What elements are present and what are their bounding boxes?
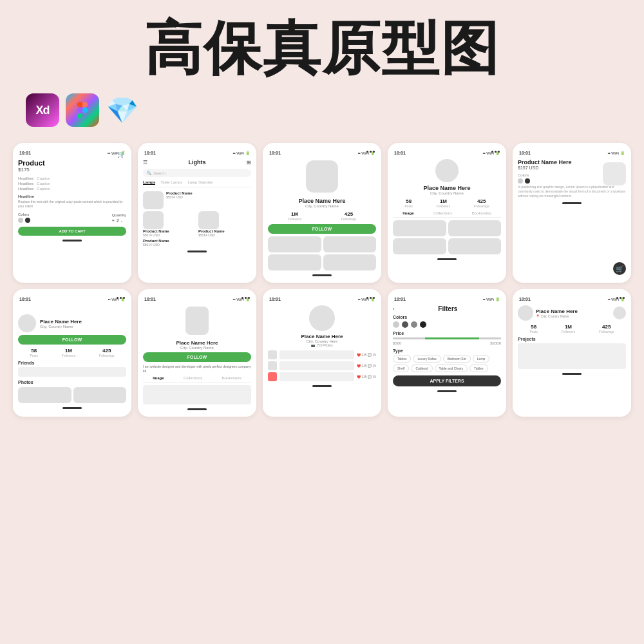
more-options-icon[interactable] xyxy=(616,297,625,299)
product-thumbnail xyxy=(198,211,219,229)
profile-hero-image xyxy=(306,160,338,193)
home-indicator xyxy=(437,390,457,392)
stat-followers: 1M Followers xyxy=(288,211,301,221)
body-headline: Headline xyxy=(18,194,126,198)
tag-shelf[interactable]: Shelf xyxy=(393,365,409,372)
tag-tables[interactable]: Tables xyxy=(393,355,411,363)
screen-product: 10:01 ▪▪ WiFi 🔋 🛒 Product $175 Headline:… xyxy=(13,143,131,283)
filters-title: Filters xyxy=(395,305,501,312)
projects-list xyxy=(518,343,626,369)
more-options-icon[interactable] xyxy=(117,297,125,299)
photo-thumb xyxy=(448,220,502,236)
tab-image[interactable]: Image xyxy=(402,211,413,215)
photo-thumb xyxy=(323,236,377,252)
tab-collections[interactable]: Collections xyxy=(184,376,202,380)
home-indicator xyxy=(187,251,207,252)
tab-bookmarks[interactable]: Bookmarks xyxy=(222,376,242,380)
follow-button[interactable]: FOLLOW xyxy=(268,224,376,234)
tab-lamps[interactable]: Lamps xyxy=(143,180,155,185)
tag-bedroom-set[interactable]: Bedroom Set xyxy=(443,355,471,363)
search-bar[interactable]: 🔍 Search xyxy=(143,169,251,177)
color-dot-dark[interactable] xyxy=(525,178,530,184)
avatar xyxy=(18,314,36,332)
follow-button[interactable]: FOLLOW xyxy=(143,352,251,362)
tag-tables-2[interactable]: Tables xyxy=(469,365,488,372)
more-options-icon[interactable] xyxy=(366,297,375,299)
stat-followings: 425 Followings xyxy=(599,324,614,334)
product-row-pair: Product Name $5014 USD Product Name $501… xyxy=(143,211,251,237)
status-bar-6: 10:01 ▪▪ WiFi 🔋 xyxy=(18,297,126,301)
tag-table-and-chairs[interactable]: Table and Chairs xyxy=(435,365,468,372)
post-item: ❤️ 135 💬 15 xyxy=(268,361,376,370)
tools-row: Xd 💎 xyxy=(0,84,644,137)
search-icon: 🔍 xyxy=(147,171,151,175)
screen-lights: 10:01 ▪▪ WiFi 🔋 ☰ Lights ⊞ 🔍 Search Lamp… xyxy=(138,143,256,283)
image-grid-placeholder xyxy=(143,385,251,404)
plus-icon[interactable]: + xyxy=(112,218,115,223)
color-dot-gray[interactable] xyxy=(18,218,23,223)
minus-icon[interactable]: - xyxy=(121,218,122,223)
tab-bookmarks[interactable]: Bookmarks xyxy=(472,211,491,215)
cart-icon: 🛒 xyxy=(117,151,125,158)
filter-color-light[interactable] xyxy=(393,321,399,328)
more-options-icon[interactable] xyxy=(491,151,500,153)
header-section: 高保真原型图 xyxy=(0,0,644,84)
filter-color-dark[interactable] xyxy=(420,321,426,328)
screen-profile-simple: 10:01 ▪▪ WiFi 🔋 Place Name Here City, Co… xyxy=(13,289,131,417)
tab-collections[interactable]: Collections xyxy=(433,211,452,215)
stat-posts: 58 Posts xyxy=(529,324,538,334)
projects-label: Projects xyxy=(518,337,626,341)
avatar xyxy=(518,305,533,321)
profile-name: Place Name Here xyxy=(268,198,376,204)
home-indicator xyxy=(562,202,582,204)
photo-thumb xyxy=(268,254,321,270)
tab-table-lamps[interactable]: Table Lamps xyxy=(160,180,182,185)
price-range-slider[interactable] xyxy=(393,337,501,339)
follow-button[interactable]: FOLLOW xyxy=(18,335,126,345)
profile-edit-icon[interactable] xyxy=(613,307,626,319)
more-options-icon[interactable] xyxy=(242,297,250,299)
profile-location: City, Country Name xyxy=(143,346,251,350)
apply-filters-button[interactable]: APPLY FILTERS xyxy=(393,375,501,386)
photo-grid xyxy=(393,220,501,254)
menu-icon[interactable]: ☰ xyxy=(143,160,147,166)
filter-icon[interactable]: ⊞ xyxy=(247,160,251,166)
photo-thumb xyxy=(323,254,377,270)
status-bar-10: 10:01 ▪▪ WiFi 🔋 xyxy=(518,297,626,301)
tag-luxury-sofas[interactable]: Luxury Sofas xyxy=(413,355,440,363)
stat-followings: 425 Followings xyxy=(341,211,357,221)
friends-list xyxy=(18,367,126,377)
tag-cubbord[interactable]: Cubbord xyxy=(411,365,432,372)
filter-color-gray[interactable] xyxy=(411,321,417,328)
profile-name: Place Name Here xyxy=(536,308,578,314)
product-title: Product xyxy=(18,159,126,167)
price-min: $500 xyxy=(393,341,401,345)
tab-lamp-standee[interactable]: Lamp Standee xyxy=(187,180,213,185)
profile-location: 📍City, Country Name xyxy=(536,314,578,318)
bio-text: I am website designer and developer with… xyxy=(143,365,251,374)
stat-followings: 425 Followings xyxy=(99,348,115,357)
tab-image[interactable]: Image xyxy=(153,376,164,380)
more-options-icon[interactable] xyxy=(366,151,375,153)
body-text: Replace this text with the original copy… xyxy=(18,200,126,209)
photo-thumb xyxy=(268,236,321,252)
add-to-cart-button[interactable]: ADD TO CART xyxy=(18,227,126,236)
color-dot-gray[interactable] xyxy=(518,178,523,184)
filter-color-mid[interactable] xyxy=(402,321,408,328)
list-item: Product Name $5014 USD xyxy=(143,239,251,247)
tag-lamp[interactable]: Lamp xyxy=(473,355,490,363)
profile-name: Place Name Here xyxy=(143,340,251,346)
color-dot-dark[interactable] xyxy=(25,218,30,223)
home-indicator xyxy=(312,274,332,276)
colors-quantity-row: Colors Quantity + 2 - xyxy=(18,213,126,223)
stat-posts: 58 Posts xyxy=(30,348,38,357)
type-tags: Tables Luxury Sofas Bedroom Set Lamp She… xyxy=(393,355,501,372)
cart-fab-button[interactable]: 🛒 xyxy=(613,262,626,275)
profile-location: City, Country Name xyxy=(40,325,82,328)
mockups-grid: 10:01 ▪▪ WiFi 🔋 🛒 Product $175 Headline:… xyxy=(0,137,644,430)
screen-filters: 10:01 ▪▪ WiFi 🔋 ‹ Filters Colors Price $… xyxy=(388,289,506,417)
screen-profile-photos: 10:01 ▪▪ WiFi 🔋 Place Name Here City, Co… xyxy=(263,289,381,417)
status-bar-8: 10:01 ▪▪ WiFi 🔋 xyxy=(268,297,376,301)
status-bar-4: 10:01 ▪▪ WiFi 🔋 xyxy=(393,151,501,155)
profile-location: City, Country Name xyxy=(393,191,501,195)
